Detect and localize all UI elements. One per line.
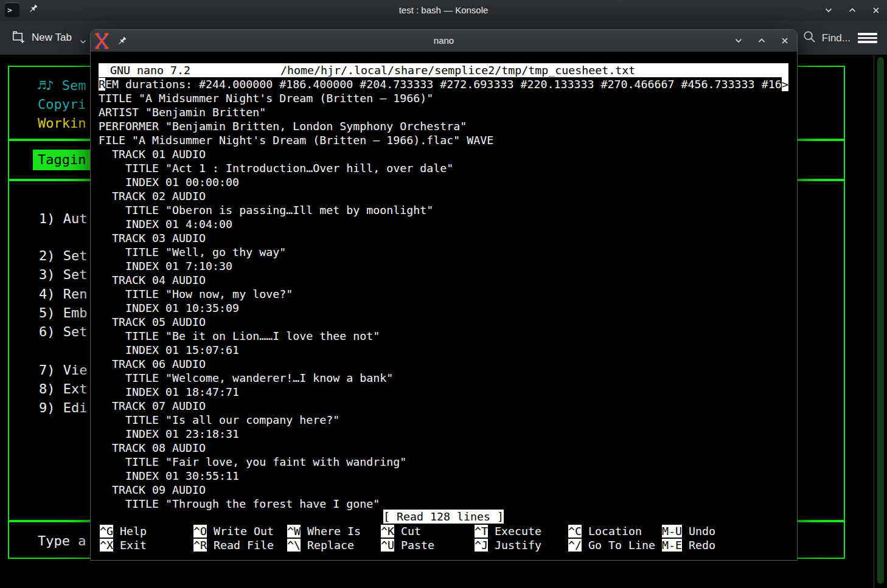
nano-titlebar[interactable]: nano	[91, 30, 797, 52]
shortcut-help: ^G Help	[100, 524, 147, 538]
editor-cursor: R	[99, 78, 105, 91]
editor-line: TRACK 05 AUDIO	[99, 315, 788, 329]
editor-line: INDEX 01 30:55:11	[99, 469, 788, 483]
shortcut-undo: M-U Undo	[662, 524, 715, 538]
editor-line: TRACK 02 AUDIO	[99, 189, 788, 203]
shortcut-key: ^K	[381, 525, 394, 538]
shortcut-key: ^R	[193, 539, 207, 552]
new-tab-button[interactable]: New Tab	[11, 29, 86, 47]
editor-line: INDEX 01 23:18:31	[99, 427, 788, 441]
shortcut-execute: ^T Execute	[475, 524, 541, 538]
bg-copyright-line: Copyri	[38, 95, 86, 114]
shortcut-cut: ^K Cut	[381, 524, 421, 538]
close-icon[interactable]	[871, 5, 881, 15]
shortcut-key: ^O	[193, 525, 207, 538]
new-tab-label: New Tab	[32, 32, 72, 44]
find-label: Find...	[822, 32, 850, 44]
shortcut-exit: ^X Exit	[100, 538, 147, 552]
editor-line: TRACK 01 AUDIO	[99, 147, 788, 161]
editor-line: TRACK 04 AUDIO	[99, 273, 788, 287]
shortcut-key: ^X	[100, 539, 113, 552]
editor-line: TITLE "Through the forest have I gone"	[99, 497, 788, 511]
maximize-icon[interactable]	[757, 36, 767, 46]
editor-line: INDEX 01 15:07:61	[99, 343, 788, 357]
shortcut-key: ^\	[287, 539, 301, 552]
editor-line: TRACK 07 AUDIO	[99, 399, 788, 413]
shortcut-key: ^C	[568, 525, 582, 538]
nano-editor-area[interactable]: GNU nano 7.2 /home/hjr/.local/share/semp…	[91, 52, 797, 560]
editor-line: TITLE "Be it on Lion……I love thee not"	[99, 329, 788, 343]
nano-window: nano GNU nano 7.2 /home/hjr/.local/share…	[90, 29, 798, 561]
shortcut-key: ^W	[287, 525, 301, 538]
bg-menu-item: 8) Ext	[39, 380, 87, 398]
shortcut-replace: ^\ Replace	[287, 538, 354, 552]
editor-line: TITLE "Oberon is passing…Ill met by moon…	[99, 203, 788, 217]
editor-line: TITLE "Welcome, wanderer!…I know a bank"	[99, 371, 788, 385]
pin-icon[interactable]	[117, 36, 127, 49]
maximize-icon[interactable]	[847, 5, 857, 15]
editor-line: TITLE "How now, my love?"	[99, 287, 788, 301]
editor-line: ARTIST "Benjamin Britten"	[99, 105, 788, 119]
bg-menu-item: 9) Edi	[39, 399, 87, 417]
shortcut-redo: M-E Redo	[662, 538, 715, 552]
bg-menu-item: 2) Set	[39, 247, 87, 265]
editor-line: TRACK 09 AUDIO	[99, 483, 788, 497]
hamburger-menu-icon[interactable]	[858, 33, 877, 43]
editor-line: TITLE "Is all our company here?"	[99, 413, 788, 427]
shortcut-justify: ^J Justify	[475, 538, 541, 552]
bg-menu-item: 6) Set	[39, 323, 87, 341]
editor-line: INDEX 01 00:00:00	[99, 175, 788, 189]
new-tab-icon	[11, 29, 25, 46]
bg-menu-item: 7) Vie	[39, 361, 87, 379]
editor-lines: REM durations: #244.000000 #186.400000 #…	[99, 52, 788, 560]
shortcut-paste: ^U Paste	[381, 538, 434, 552]
konsole-titlebar[interactable]: > test : bash — Konsole	[0, 0, 887, 21]
search-icon	[802, 30, 816, 47]
bg-highlighted-mode: Taggin	[33, 150, 92, 170]
terminal-scrollbar[interactable]	[877, 57, 884, 584]
editor-line: INDEX 01 7:10:30	[99, 259, 788, 273]
minimize-icon[interactable]	[734, 36, 743, 46]
shortcut-key: ^U	[381, 539, 394, 552]
shortcut-write-out: ^O Write Out	[193, 524, 274, 538]
editor-line: TITLE "Act 1 : Introduction…Over hill, o…	[99, 161, 788, 175]
shortcut-key: ^J	[475, 539, 488, 552]
line-overflow-indicator: >	[782, 77, 788, 91]
bg-menu-item: 5) Emb	[39, 304, 87, 322]
nano-window-title: nano	[91, 30, 797, 52]
bg-menu-item: 4) Ren	[39, 285, 87, 303]
scrollbar-track-divider	[874, 55, 874, 588]
bg-menu-item: 1) Aut	[39, 210, 87, 228]
close-icon[interactable]	[780, 36, 790, 46]
new-tab-chevron-icon	[80, 35, 86, 47]
shortcut-key: M-U	[662, 525, 682, 538]
shortcut-where-is: ^W Where Is	[287, 524, 361, 538]
shortcut-location: ^C Location	[568, 524, 642, 538]
pin-icon[interactable]	[28, 4, 38, 16]
bg-menu-item: 3) Set	[39, 266, 87, 284]
shortcut-go-to-line: ^/ Go To Line	[568, 538, 655, 552]
editor-line: TRACK 03 AUDIO	[99, 231, 788, 245]
shortcut-key: M-E	[662, 539, 682, 552]
editor-line: INDEX 01 4:04:00	[99, 217, 788, 231]
editor-line: INDEX 01 10:35:09	[99, 301, 788, 315]
bg-app-banner: ♬♪ Sem	[38, 77, 86, 95]
editor-line: TITLE "A Midsummer Night's Dream (Britte…	[99, 91, 788, 105]
editor-line: TITLE "Well, go thy way"	[99, 245, 788, 259]
editor-line: TRACK 06 AUDIO	[99, 357, 788, 371]
editor-line: PERFORMER "Benjamin Britten, London Symp…	[99, 119, 788, 133]
shortcut-key: ^/	[568, 539, 582, 552]
find-button[interactable]: Find...	[802, 30, 850, 47]
nano-status-message: [ Read 128 lines ]	[383, 510, 504, 524]
editor-line: INDEX 01 18:47:71	[99, 385, 788, 399]
konsole-app-icon: >	[5, 2, 19, 17]
shortcut-read-file: ^R Read File	[193, 538, 274, 552]
window-title: test : bash — Konsole	[0, 0, 887, 21]
shortcut-key: ^T	[475, 525, 488, 538]
shortcut-key: ^G	[100, 525, 113, 538]
editor-line: REM durations: #244.000000 #186.400000 #…	[99, 77, 788, 91]
xterm-icon	[95, 33, 109, 52]
editor-line: TRACK 08 AUDIO	[99, 441, 788, 455]
bg-working-line: Workin	[38, 114, 86, 133]
minimize-icon[interactable]	[824, 5, 833, 15]
